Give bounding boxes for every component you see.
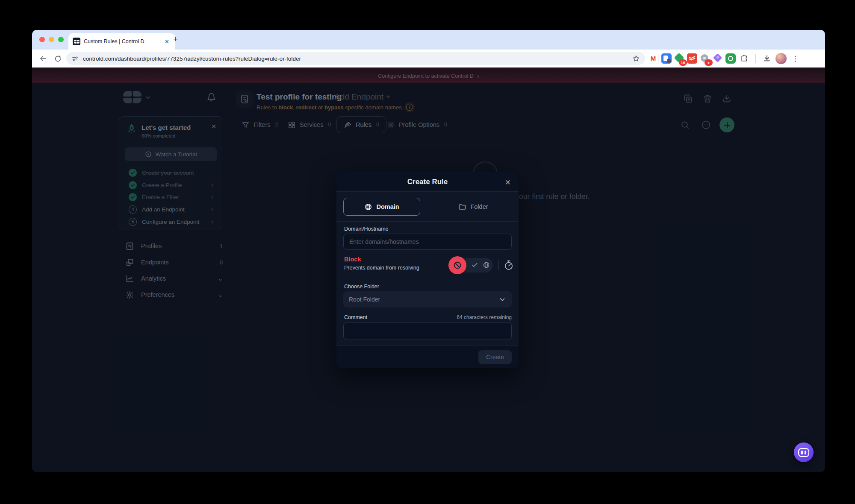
- domain-hostname-input[interactable]: [343, 234, 512, 250]
- modal-header: Create Rule ✕: [336, 172, 519, 192]
- folder-icon: [458, 203, 466, 211]
- tab-close-icon[interactable]: ✕: [163, 38, 171, 46]
- url-text: controld.com/dashboard/profiles/773257ia…: [83, 56, 628, 62]
- tab-domain[interactable]: Domain: [343, 198, 420, 216]
- new-tab-button[interactable]: +: [173, 35, 178, 43]
- window-minimize-button[interactable]: [49, 37, 54, 42]
- address-bar[interactable]: controld.com/dashboard/profiles/773257ia…: [66, 52, 645, 65]
- folder-select-value: Root Folder: [349, 296, 498, 303]
- window-close-button[interactable]: [39, 37, 45, 42]
- browser-toolbar: controld.com/dashboard/profiles/773257ia…: [32, 50, 825, 67]
- block-action-title: Block: [344, 256, 361, 263]
- app-content: Configure Endpoint to activate Control D…: [32, 67, 825, 472]
- comment-chars-remaining: 64 characters remaining: [457, 314, 512, 320]
- downloads-icon[interactable]: [761, 53, 773, 64]
- redirect-toggle-check-icon[interactable]: [471, 261, 478, 269]
- modal-divider: [336, 221, 519, 222]
- extensions-puzzle-icon[interactable]: [738, 53, 750, 64]
- chevron-down-icon: [498, 296, 506, 303]
- extension-badge-count: 16: [679, 59, 687, 66]
- modal-title: Create Rule: [407, 178, 448, 186]
- choose-folder-label: Choose Folder: [344, 284, 379, 290]
- create-rule-modal: Create Rule ✕ Domain Folder Domain/Hostn…: [336, 172, 519, 368]
- gmail-extension-icon[interactable]: M: [648, 53, 659, 64]
- modal-close-icon[interactable]: ✕: [503, 177, 513, 188]
- back-icon[interactable]: [37, 53, 49, 64]
- robot-face-icon: [798, 448, 809, 457]
- controld-favicon: [73, 38, 80, 45]
- schedule-timer-icon[interactable]: [503, 260, 514, 271]
- tab-title: Custom Rules | Control D: [84, 38, 159, 44]
- gem-extension-icon[interactable]: [713, 53, 723, 64]
- chat-widget-button[interactable]: [794, 442, 814, 462]
- reload-icon[interactable]: [52, 53, 64, 64]
- screenshot-extension-icon[interactable]: [725, 53, 736, 64]
- bypass-toggle-globe-icon[interactable]: [483, 261, 490, 269]
- create-button[interactable]: Create: [478, 350, 512, 364]
- extension-badge-x: x: [705, 59, 713, 66]
- browser-tabstrip: Custom Rules | Control D ✕ +: [32, 30, 825, 50]
- browser-window: Custom Rules | Control D ✕ + controld.co…: [32, 30, 825, 472]
- bookmark-star-icon[interactable]: [632, 55, 640, 62]
- domain-hostname-label: Domain/Hostname: [344, 226, 389, 232]
- blocker-extension-icon[interactable]: x: [700, 53, 710, 64]
- browser-tab[interactable]: Custom Rules | Control D ✕: [68, 33, 175, 50]
- window-zoom-button[interactable]: [58, 37, 64, 42]
- modal-footer: Create: [336, 345, 519, 368]
- privacy-extension-icon[interactable]: [661, 53, 672, 64]
- comment-label: Comment: [344, 314, 367, 320]
- modal-divider: [336, 279, 519, 279]
- block-toggle-icon[interactable]: [448, 256, 466, 274]
- coupon-extension-icon[interactable]: 16: [674, 53, 684, 64]
- toggle-divider: [498, 260, 499, 270]
- toolbar-divider: [755, 54, 756, 63]
- browser-menu-icon[interactable]: ⋮: [789, 53, 801, 64]
- todoist-extension-icon[interactable]: [687, 53, 697, 64]
- globe-icon: [364, 203, 372, 211]
- comment-input[interactable]: [343, 322, 512, 340]
- tab-folder[interactable]: Folder: [435, 198, 512, 216]
- block-action-description: Prevents domain from resolving: [344, 265, 419, 271]
- browser-profile-avatar[interactable]: [775, 53, 787, 64]
- site-settings-icon[interactable]: [71, 55, 79, 62]
- folder-select[interactable]: Root Folder: [343, 291, 512, 308]
